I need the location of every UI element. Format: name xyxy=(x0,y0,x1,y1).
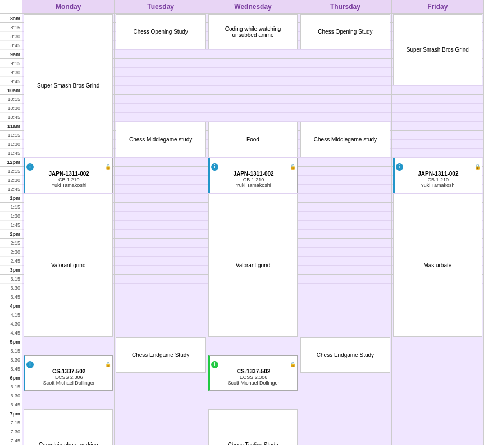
time-slot-bg xyxy=(392,104,483,113)
time-label: 2:15 xyxy=(0,239,22,248)
time-label: 6pm xyxy=(0,373,22,382)
event-class-header: i🔒 xyxy=(211,361,296,368)
calendar-event[interactable]: Food xyxy=(208,122,298,157)
time-slot-bg xyxy=(299,266,391,275)
time-slot-bg xyxy=(207,86,299,95)
time-label: 3pm xyxy=(0,266,22,275)
calendar-event[interactable]: i🔒CS-1337-502ECSS 2.306Scott Michael Dol… xyxy=(208,355,298,391)
time-slot-bg xyxy=(207,77,299,86)
time-label: 1:30 xyxy=(0,212,22,221)
lock-icon: 🔒 xyxy=(105,362,111,367)
calendar-event[interactable]: Masturbate xyxy=(393,194,482,337)
time-label: 8:15 xyxy=(0,23,22,32)
body-row: 8am8:158:308:459am9:159:309:4510am10:151… xyxy=(0,14,484,445)
time-slot-bg xyxy=(115,104,206,113)
time-slot-bg xyxy=(299,59,391,68)
time-label: 4:15 xyxy=(0,310,22,319)
event-title-line: Chess Tactics Study xyxy=(228,442,278,445)
calendar-event[interactable]: Chess Opening Study xyxy=(116,14,205,49)
calendar-event[interactable]: Valorant grind xyxy=(24,194,113,337)
event-class-line: JAPN-1311-002 xyxy=(418,171,458,177)
calendar-event[interactable]: Valorant grind xyxy=(208,194,298,337)
time-slot-bg xyxy=(115,275,206,284)
time-slot-bg xyxy=(299,382,391,391)
time-slot-bg xyxy=(207,50,299,59)
calendar: Monday Tuesday Wednesday Thursday Friday… xyxy=(0,0,484,445)
calendar-event[interactable]: Super Smash Bros Grind xyxy=(24,14,113,157)
time-slot-bg xyxy=(115,68,206,77)
time-slot-bg xyxy=(115,167,206,176)
time-slot-bg xyxy=(392,140,483,149)
calendar-event[interactable]: i🔒JAPN-1311-002CB 1.210Yuki Tamakoshi xyxy=(393,158,482,193)
event-class-line: CB 1.210 xyxy=(58,177,80,182)
time-slot-bg xyxy=(392,149,483,158)
time-slot-bg xyxy=(115,77,206,86)
event-class-line: CB 1.210 xyxy=(243,177,264,182)
time-label: 8:30 xyxy=(0,32,22,41)
tuesday-col: Chess Opening StudyChess Middlegame stud… xyxy=(115,14,207,445)
wednesday-slots: Coding while watchingunsubbed animeFoodi… xyxy=(207,14,299,445)
time-slot-bg xyxy=(115,59,206,68)
time-label: 11:45 xyxy=(0,149,22,158)
event-title-line: Valorant grind xyxy=(236,262,271,268)
time-slot-bg xyxy=(115,221,206,230)
event-title: Chess Opening Study xyxy=(318,29,372,35)
time-slot-bg xyxy=(392,355,483,364)
calendar-event[interactable]: Chess Endgame Study xyxy=(116,337,205,373)
time-slot-bg xyxy=(115,248,206,257)
event-title: Chess Middlegame study xyxy=(314,136,377,143)
time-slot-bg xyxy=(392,95,483,104)
event-title-line: Masturbate xyxy=(423,262,451,268)
time-slot-bg xyxy=(115,95,206,104)
lock-icon: 🔒 xyxy=(474,164,481,170)
time-label: 10:45 xyxy=(0,113,22,122)
event-title-line: Chess Endgame Study xyxy=(317,352,374,358)
calendar-event[interactable]: Coding while watchingunsubbed anime xyxy=(208,14,298,49)
calendar-event[interactable]: Complain about parking xyxy=(24,409,113,445)
event-title: Valorant grind xyxy=(51,262,86,268)
time-label: 2:45 xyxy=(0,257,22,266)
event-class-line: Yuki Tamakoshi xyxy=(236,182,271,188)
time-slot-bg xyxy=(392,373,483,382)
time-slot-bg xyxy=(207,337,299,346)
event-title: Coding while watchingunsubbed anime xyxy=(225,26,281,38)
calendar-event[interactable]: Chess Tactics Study xyxy=(208,409,298,445)
time-label: 7pm xyxy=(0,409,22,418)
time-label: 5pm xyxy=(0,337,22,346)
time-slot-bg xyxy=(299,203,391,212)
event-class-line: JAPN-1311-002 xyxy=(233,171,273,177)
calendar-event[interactable]: i🔒JAPN-1311-002CB 1.210Yuki Tamakoshi xyxy=(208,158,298,193)
event-title-line: Complain about parking xyxy=(39,442,98,445)
time-slot-bg xyxy=(22,400,114,409)
calendar-event[interactable]: Chess Opening Study xyxy=(300,14,390,49)
thursday-col: Chess Opening StudyChess Middlegame stud… xyxy=(299,14,391,445)
time-slot-bg xyxy=(115,382,206,391)
calendar-event[interactable]: i🔒CS-1337-502ECSS 2.306Scott Michael Dol… xyxy=(24,355,113,391)
day-header-thursday: Thursday xyxy=(299,0,391,13)
time-label: 7:30 xyxy=(0,427,22,436)
time-label: 12:30 xyxy=(0,176,22,185)
time-label: 2pm xyxy=(0,230,22,239)
calendar-event[interactable]: Super Smash Bros Grind xyxy=(393,14,482,85)
info-icon: i xyxy=(396,163,403,171)
time-label: 9:30 xyxy=(0,68,22,77)
event-title: Chess Middlegame study xyxy=(129,136,192,143)
lock-icon: 🔒 xyxy=(290,164,296,170)
time-label: 6:45 xyxy=(0,400,22,409)
calendar-event[interactable]: Chess Middlegame study xyxy=(300,122,390,157)
time-slot-bg xyxy=(299,77,391,86)
time-label: 1:15 xyxy=(0,203,22,212)
event-class-line: CS-1337-502 xyxy=(237,368,270,374)
time-label: 12:15 xyxy=(0,167,22,176)
friday-slots: Super Smash Bros Grindi🔒JAPN-1311-002CB … xyxy=(392,14,483,445)
calendar-event[interactable]: i🔒JAPN-1311-002CB 1.210Yuki Tamakoshi xyxy=(24,158,113,193)
calendar-event[interactable]: Chess Endgame Study xyxy=(300,337,390,373)
time-slot-bg xyxy=(207,400,299,409)
lock-icon: 🔒 xyxy=(290,362,296,367)
time-slot-bg xyxy=(115,50,206,59)
time-slot-bg xyxy=(115,436,206,445)
time-slot-bg xyxy=(299,275,391,284)
time-slot-bg xyxy=(299,319,391,328)
calendar-event[interactable]: Chess Middlegame study xyxy=(116,122,205,157)
day-header-monday: Monday xyxy=(22,0,115,13)
